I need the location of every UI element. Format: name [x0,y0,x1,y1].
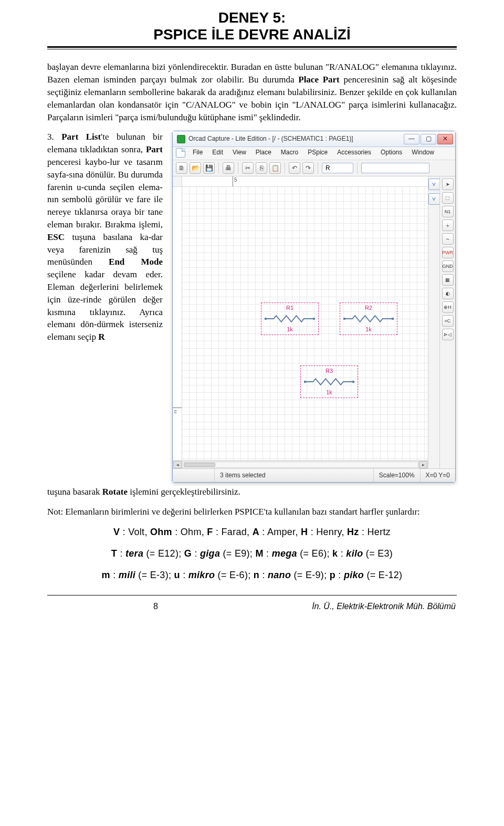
redo-button[interactable]: ↷ [302,162,314,174]
menu-place[interactable]: Place [251,147,276,158]
units-line-2: T : tera (= E12); G : giga (= E9); M : m… [47,547,457,560]
v-tick-c: c [173,407,182,415]
paragraph-2-left: 3. Part List'te bulunan bir elemana tıkl… [47,131,163,343]
copy-button[interactable]: ⎘ [256,162,267,174]
resistor-name[interactable]: R2 [365,304,372,312]
resistor-r2[interactable]: R21k [340,302,397,335]
menu-edit[interactable]: Edit [208,147,227,158]
paste-button[interactable]: 📋 [269,162,281,174]
units-block: V : Volt, Ohm : Ohm, F : Farad, A : Ampe… [47,526,457,582]
p2-num: 3. [47,132,61,142]
units-line-3: m : mili (= E-3); u : mikro (= E-6); n :… [47,569,457,582]
part-name-input[interactable] [322,163,353,173]
offpage-icon[interactable]: ◐ [442,288,454,299]
scroll-thumb[interactable] [184,463,215,467]
select-tool-icon[interactable]: ➤ [442,179,454,190]
toolbar-sep-2 [238,162,238,174]
hierarchical-port-icon[interactable]: ⊕H [442,301,454,313]
units-line-1: V : Volt, Ohm : Ohm, F : Farad, A : Ampe… [47,526,457,539]
page-number: 8 [48,601,158,612]
r-key-label: R [98,332,104,342]
scroll-left-button[interactable]: ◂ [173,461,182,468]
place-part-label: Place Part [298,75,339,85]
p2g: işlemini gerçekleştirebilirsiniz. [128,487,240,497]
new-button[interactable]: 🗎 [176,162,187,174]
esc-label: ESC [47,232,65,242]
menubar: File Edit View Place Macro PSpice Access… [173,147,455,160]
resistor-value[interactable]: 1k [326,389,332,396]
toolbar-sep-4 [318,162,318,174]
svg-rect-1 [313,318,315,320]
svg-rect-2 [343,318,345,320]
maximize-button[interactable]: ▢ [421,134,436,144]
statusbar: 3 items selected Scale=100% X=0 Y=0 [173,468,455,482]
paragraph-1: başlayan devre elemanlarına bizi yönlend… [47,61,457,123]
end-mode-label: End Mode [109,257,163,267]
canvas-wrapper[interactable]: R11kR21kR31k [182,187,428,460]
window-title: Orcad Capture - Lite Edition - [/ - (SCH… [188,134,353,143]
title-block: DENEY 5: PSPICE İLE DEVRE ANALİZİ [47,9,457,43]
menu-view[interactable]: View [228,147,250,158]
toolbar-sep-5 [357,162,358,174]
part-list-label: Part List [61,132,101,142]
horizontal-ruler: 5 [173,176,428,187]
resistor-value[interactable]: 1k [287,326,293,333]
toolbar-sep-1 [218,162,219,174]
menu-window[interactable]: Window [407,147,438,158]
menu-accessories[interactable]: Accessories [333,147,375,158]
resistor-name[interactable]: R1 [286,304,293,312]
minimize-button[interactable]: — [404,134,419,144]
cut-button[interactable]: ✂ [242,162,254,174]
close-button[interactable]: ✕ [437,134,453,144]
save-button[interactable]: 💾 [203,162,215,174]
status-xy: X=0 Y=0 [421,469,456,482]
svg-rect-4 [304,381,306,383]
probe-v2-icon[interactable]: V [428,193,440,205]
power-icon[interactable]: PWR [442,247,454,258]
content-columns: 3. Part List'te bulunan bir elemana tıkl… [47,131,457,483]
probe-v1-icon[interactable]: V [428,179,440,190]
title-line-1: DENEY 5: [218,9,286,26]
svg-rect-0 [265,318,267,320]
resistor-r3[interactable]: R31k [300,365,358,398]
junction-icon[interactable]: ⊳◁ [442,329,454,340]
net-alias-icon[interactable]: N1 [442,206,454,217]
menu-macro[interactable]: Macro [277,147,302,158]
p2e: seçilene kadar devam eder. Eleman değerl… [47,269,163,342]
rule-thick [47,46,457,48]
horizontal-scrollbar[interactable]: ◂ ▸ [173,460,428,468]
hierarchical-block-icon[interactable]: ▦ [442,274,454,286]
resistor-r1[interactable]: R11k [261,302,319,335]
menu-pspice[interactable]: PSpice [303,147,332,158]
app-icon [177,135,185,143]
bus-tool-icon[interactable]: ⏦ [442,233,454,245]
scroll-track[interactable] [182,462,418,468]
search-input-2[interactable] [361,163,429,173]
menu-file[interactable]: File [188,147,207,158]
scroll-right-button[interactable]: ▸ [419,461,427,468]
rule-thin [47,49,457,49]
right-palette: ➤ ⬚ N1 ⏚ ⏦ PWR GND ▦ ◐ ⊕H «C ⊳◁ [439,176,455,468]
open-button[interactable]: 📂 [190,162,201,174]
footer: 8 İn. Ü., Elektrik-Elektronik Müh. Bölüm… [47,595,457,612]
wire-tool-icon[interactable]: ⏚ [442,219,454,231]
svg-rect-5 [352,381,354,383]
status-selected: 3 items selected [215,469,374,482]
ground-icon[interactable]: GND [442,260,454,272]
toolbar-sep-3 [285,162,285,174]
left-palette: V V [428,176,439,468]
footer-right: İn. Ü., Elektrik-Elektronik Müh. Bölümü [312,601,456,612]
document-icon [176,148,185,158]
place-part-icon[interactable]: ⬚ [442,192,454,204]
menu-options[interactable]: Options [376,147,406,158]
resistor-value[interactable]: 1k [365,326,372,333]
print-button[interactable]: 🖶 [223,162,234,174]
undo-button[interactable]: ↶ [289,162,300,174]
h-tick-5: 5 [233,176,237,186]
no-connect-icon[interactable]: «C [442,315,454,327]
document-page: DENEY 5: PSPICE İLE DEVRE ANALİZİ başlay… [0,0,504,633]
orcad-screenshot: Orcad Capture - Lite Edition - [/ - (SCH… [172,131,457,483]
resistor-name[interactable]: R3 [326,367,333,375]
resistor-symbol-icon [304,378,354,386]
resistor-symbol-icon [265,315,315,323]
